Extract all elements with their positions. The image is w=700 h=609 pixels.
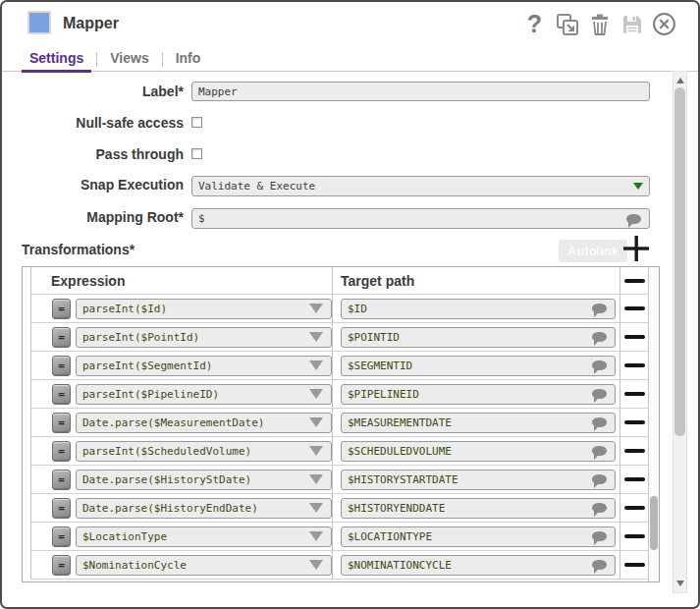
expression-toggle-button[interactable]: = bbox=[52, 299, 71, 319]
settings-panel: Label* Mapper Null-safe access Pass thro… bbox=[2, 72, 698, 607]
save-button[interactable] bbox=[619, 12, 644, 36]
expression-toggle-button[interactable]: = bbox=[52, 526, 71, 547]
table-scrollbar[interactable] bbox=[648, 267, 659, 581]
row-gutter bbox=[23, 523, 31, 551]
remove-row-button[interactable] bbox=[622, 382, 646, 406]
expression-value: $NominationCycle bbox=[82, 559, 187, 572]
expression-value: Date.parse($HistoryStDate) bbox=[82, 473, 251, 486]
panel-scrollbar-thumb[interactable] bbox=[674, 87, 685, 436]
expression-toggle-button[interactable]: = bbox=[52, 498, 71, 519]
close-button[interactable] bbox=[652, 12, 676, 36]
target-path-input[interactable]: $POINTID bbox=[341, 327, 616, 348]
mapping-root-value: $ bbox=[198, 212, 205, 225]
tab-views[interactable]: Views bbox=[102, 50, 156, 71]
comment-bubble-icon bbox=[592, 560, 607, 570]
expression-input[interactable]: $LocationType bbox=[76, 526, 332, 547]
target-path-value: $SCHEDULEDVOLUME bbox=[348, 445, 452, 458]
row-gutter bbox=[23, 466, 31, 494]
target-path-value: $LOCATIONTYPE bbox=[348, 530, 432, 543]
remove-column-header-button[interactable] bbox=[622, 269, 646, 293]
export-button[interactable] bbox=[555, 12, 579, 36]
scroll-down-arrow-icon[interactable] bbox=[676, 581, 684, 586]
row-gutter bbox=[23, 409, 31, 437]
snap-execution-value: Validate & Execute bbox=[198, 180, 315, 193]
remove-row-button[interactable] bbox=[622, 354, 646, 377]
minus-icon bbox=[624, 420, 645, 424]
tab-info[interactable]: Info bbox=[168, 50, 209, 71]
remove-row-button[interactable] bbox=[622, 439, 646, 463]
expression-input[interactable]: parseInt($SegmentId) bbox=[76, 356, 332, 376]
minus-icon bbox=[624, 363, 645, 367]
target-path-value: $MEASUREMENTDATE bbox=[348, 416, 452, 429]
target-path-column-header: Target path bbox=[333, 267, 620, 295]
target-path-value: $NOMINATIONCYCLE bbox=[348, 559, 452, 572]
tab-settings[interactable]: Settings bbox=[22, 50, 91, 71]
row-gutter bbox=[23, 323, 31, 352]
row-gutter bbox=[23, 437, 31, 466]
null-safe-access-checkbox[interactable] bbox=[191, 117, 202, 128]
target-path-value: $PIPELINEID bbox=[348, 388, 419, 401]
remove-row-button[interactable] bbox=[622, 525, 646, 548]
expression-toggle-button[interactable]: = bbox=[52, 555, 71, 576]
expression-input[interactable]: parseInt($PointId) bbox=[76, 327, 332, 348]
target-path-input[interactable]: $HISTORYSTARTDATE bbox=[341, 470, 616, 490]
expression-value: parseInt($PointId) bbox=[82, 331, 199, 344]
row-gutter bbox=[23, 551, 31, 580]
expression-input[interactable]: parseInt($PipelineID) bbox=[76, 384, 332, 405]
expression-value: parseInt($PipelineID) bbox=[82, 388, 219, 401]
table-scrollbar-thumb[interactable] bbox=[650, 496, 658, 550]
expression-toggle-button[interactable]: = bbox=[52, 327, 71, 348]
transformation-row: = parseInt($ScheduledVolume) $SCHEDULEDV… bbox=[23, 437, 659, 466]
transformation-row: = Date.parse($HistoryEndDate) $HISTORYEN… bbox=[23, 494, 659, 523]
target-path-value: $POINTID bbox=[348, 331, 400, 344]
expression-input[interactable]: $NominationCycle bbox=[76, 555, 332, 576]
target-path-input[interactable]: $SEGMENTID bbox=[341, 356, 616, 376]
remove-row-button[interactable] bbox=[622, 468, 646, 491]
expression-input[interactable]: parseInt($Id) bbox=[76, 299, 332, 319]
remove-row-button[interactable] bbox=[622, 325, 646, 349]
target-path-input[interactable]: $LOCATIONTYPE bbox=[341, 526, 616, 547]
chevron-down-icon bbox=[633, 183, 643, 190]
snap-execution-select[interactable]: Validate & Execute bbox=[191, 176, 650, 196]
target-path-input[interactable]: $MEASUREMENTDATE bbox=[341, 413, 616, 433]
target-path-input[interactable]: $ID bbox=[341, 299, 616, 319]
snap-execution-label: Snap Execution bbox=[2, 177, 184, 193]
autolink-button[interactable]: Autolink bbox=[559, 240, 627, 262]
expression-input[interactable]: Date.parse($MeasurementDate) bbox=[76, 413, 332, 433]
remove-row-button[interactable] bbox=[622, 297, 646, 320]
expression-toggle-button[interactable]: = bbox=[52, 470, 71, 490]
target-path-input[interactable]: $HISTORYENDDATE bbox=[341, 498, 616, 519]
mapping-root-input[interactable]: $ bbox=[191, 208, 650, 229]
target-path-input[interactable]: $NOMINATIONCYCLE bbox=[341, 555, 616, 576]
expression-toggle-button[interactable]: = bbox=[52, 356, 71, 376]
expression-input[interactable]: parseInt($ScheduledVolume) bbox=[76, 441, 332, 462]
expression-toggle-button[interactable]: = bbox=[52, 413, 71, 433]
comment-bubble-icon bbox=[626, 214, 641, 224]
add-row-button[interactable] bbox=[622, 233, 652, 264]
scroll-up-arrow-icon[interactable] bbox=[676, 78, 684, 83]
expression-input[interactable]: Date.parse($HistoryStDate) bbox=[76, 470, 332, 490]
pass-through-checkbox[interactable] bbox=[191, 148, 202, 159]
label-input-value: Mapper bbox=[198, 85, 238, 98]
label-input[interactable]: Mapper bbox=[191, 82, 650, 101]
target-path-input[interactable]: $SCHEDULEDVOLUME bbox=[341, 441, 616, 462]
expression-toggle-button[interactable]: = bbox=[52, 441, 71, 462]
target-path-input[interactable]: $PIPELINEID bbox=[341, 384, 616, 405]
minus-icon bbox=[624, 392, 645, 396]
remove-row-button[interactable] bbox=[622, 553, 646, 577]
expression-toggle-button[interactable]: = bbox=[52, 384, 71, 405]
minus-icon bbox=[624, 534, 645, 538]
transformation-row: = $NominationCycle $NOMINATIONCYCLE bbox=[23, 551, 659, 580]
panel-scrollbar[interactable] bbox=[673, 71, 687, 593]
help-button[interactable]: ? bbox=[522, 12, 547, 36]
chevron-down-icon bbox=[309, 332, 323, 342]
trash-icon bbox=[588, 13, 612, 36]
comment-bubble-icon bbox=[592, 417, 607, 427]
remove-row-button[interactable] bbox=[622, 496, 646, 520]
remove-row-button[interactable] bbox=[622, 411, 646, 434]
delete-snap-button[interactable] bbox=[587, 12, 612, 36]
expression-input[interactable]: Date.parse($HistoryEndDate) bbox=[76, 498, 332, 519]
chevron-down-icon bbox=[309, 503, 323, 513]
help-icon: ? bbox=[527, 10, 542, 38]
expression-value: Date.parse($MeasurementDate) bbox=[82, 416, 264, 429]
